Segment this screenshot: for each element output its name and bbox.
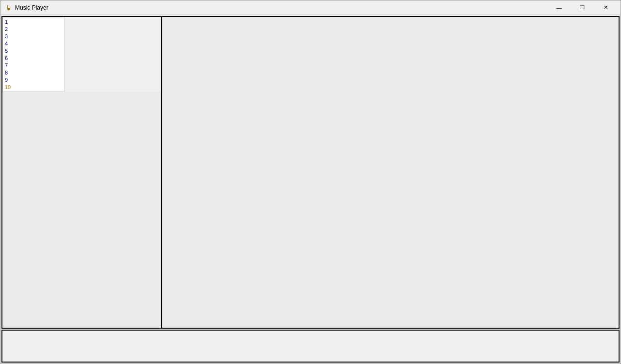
list-item[interactable]: 2 bbox=[5, 26, 62, 33]
title-bar-left: Music Player bbox=[4, 4, 48, 12]
app-icon bbox=[4, 4, 12, 12]
list-item[interactable]: 4 bbox=[5, 40, 62, 47]
minimize-button[interactable]: — bbox=[548, 0, 570, 15]
main-window: Music Player — ❐ ✕ 12345678910 bbox=[0, 0, 621, 364]
list-item[interactable]: 9 bbox=[5, 76, 62, 84]
maximize-button[interactable]: ❐ bbox=[571, 0, 593, 15]
list-item[interactable]: 7 bbox=[5, 62, 62, 69]
left-panel: 12345678910 bbox=[2, 17, 162, 328]
bottom-bar bbox=[1, 330, 620, 363]
list-item[interactable]: 8 bbox=[5, 69, 62, 76]
playlist-box: 12345678910 bbox=[2, 17, 64, 92]
list-item[interactable]: 1 bbox=[5, 18, 62, 26]
window-content: 12345678910 bbox=[0, 15, 621, 364]
window-title: Music Player bbox=[15, 4, 48, 11]
list-item[interactable]: 10 bbox=[5, 84, 62, 91]
list-item[interactable]: 3 bbox=[5, 33, 62, 40]
close-button[interactable]: ✕ bbox=[594, 0, 617, 15]
list-item[interactable]: 6 bbox=[5, 55, 62, 62]
right-panel bbox=[162, 17, 619, 328]
main-area: 12345678910 bbox=[1, 16, 620, 329]
list-item[interactable]: 5 bbox=[5, 47, 62, 55]
title-bar: Music Player — ❐ ✕ bbox=[0, 0, 621, 15]
left-panel-lower bbox=[2, 92, 161, 328]
window-controls: — ❐ ✕ bbox=[548, 0, 617, 15]
